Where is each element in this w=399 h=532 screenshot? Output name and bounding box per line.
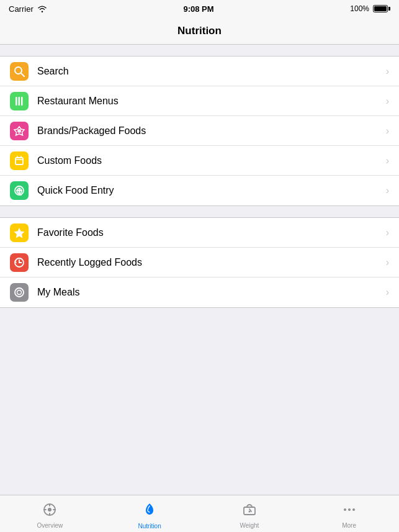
recently-logged-row[interactable]: Recently Logged Foods › [0,248,399,277]
recent-icon-container [10,253,29,272]
carrier-label: Carrier [9,4,34,14]
tab-overview[interactable]: Overview [0,498,100,529]
svg-point-19 [17,291,22,295]
brands-icon-container [10,122,29,140]
nav-bar: Nutrition [0,17,399,45]
svg-point-18 [15,288,24,297]
brands-chevron: › [386,125,389,137]
favorite-foods-row[interactable]: Favorite Foods › [0,218,399,248]
tab-nutrition[interactable]: Nutrition [100,498,200,530]
restaurant-menus-row[interactable]: Restaurant Menus › [0,86,399,116]
brands-packaged-label: Brands/Packaged Foods [37,125,386,137]
restaurant-icon-container [10,92,29,110]
overview-label: Overview [37,522,63,529]
svg-point-5 [17,129,21,133]
star-icon [13,227,25,239]
more-label: More [342,522,356,529]
custom-foods-label: Custom Foods [37,155,386,166]
section-1-group: Search › Restaurant Menus › Brands/ [0,56,399,206]
svg-rect-4 [21,97,23,106]
custom-icon-container [10,151,29,170]
tab-more[interactable]: More [299,498,399,529]
favorite-icon-container [10,223,29,242]
tab-weight[interactable]: Weight [200,498,300,529]
svg-point-28 [248,511,250,513]
status-bar-right: 100% [350,4,390,13]
svg-rect-2 [16,97,17,106]
svg-point-30 [348,508,351,511]
recently-chevron: › [386,257,389,268]
quick-chevron: › [386,185,389,196]
brands-icon [13,125,25,137]
nutrition-icon [141,502,158,521]
favorite-foods-label: Favorite Foods [37,227,386,238]
restaurant-menus-label: Restaurant Menus [37,96,386,107]
search-row[interactable]: Search › [0,56,399,86]
recent-icon [13,256,25,269]
svg-rect-6 [16,158,23,165]
brands-packaged-row[interactable]: Brands/Packaged Foods › [0,116,399,146]
search-chevron: › [386,66,389,77]
quick-icon: Q [13,184,25,197]
status-bar-left: Carrier [9,4,47,14]
svg-marker-14 [14,228,25,238]
quick-icon-container: Q [10,181,29,200]
custom-chevron: › [386,155,389,166]
section-gap-top [0,45,399,56]
search-icon-container [10,62,29,81]
search-label: Search [37,66,386,77]
overview-icon [42,502,57,521]
status-time: 9:08 PM [183,4,213,14]
meals-icon-container [10,283,29,302]
custom-icon [13,155,25,167]
my-meals-row[interactable]: My Meals › [0,277,399,307]
status-bar: Carrier 9:08 PM 100% [0,0,399,17]
custom-foods-row[interactable]: Custom Foods › [0,146,399,176]
restaurant-icon [13,95,25,107]
quick-food-entry-label: Quick Food Entry [37,185,386,196]
section-2-group: Favorite Foods › Recently Logged Foods › [0,217,399,308]
svg-point-21 [48,508,52,512]
battery-percent: 100% [350,4,369,13]
page-title: Nutrition [177,25,222,37]
my-meals-chevron: › [386,287,389,298]
battery-icon [373,5,390,12]
favorite-chevron: › [386,227,389,238]
content-area: Search › Restaurant Menus › Brands/ [0,45,399,495]
restaurant-chevron: › [386,96,389,107]
section-gap-middle [0,206,399,217]
meals-icon [13,286,25,299]
wifi-icon [37,5,47,12]
svg-rect-3 [19,97,20,106]
recently-logged-label: Recently Logged Foods [37,257,386,268]
tab-bar: Overview Nutrition Weight [0,495,399,532]
weight-icon [242,502,257,521]
svg-point-29 [344,508,346,511]
svg-point-31 [352,508,355,511]
search-icon [13,65,25,78]
my-meals-label: My Meals [37,287,386,298]
weight-label: Weight [240,522,259,529]
quick-food-entry-row[interactable]: Q Quick Food Entry › [0,176,399,205]
more-icon [342,502,357,521]
nutrition-label: Nutrition [138,523,161,530]
svg-line-1 [21,73,24,76]
